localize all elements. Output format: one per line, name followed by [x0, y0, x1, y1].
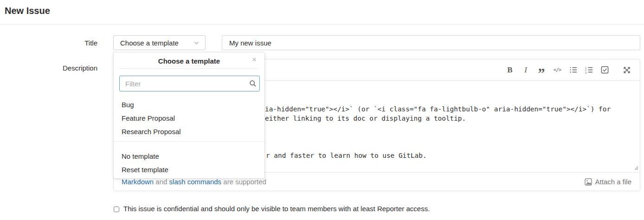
- svg-text:3: 3: [585, 71, 586, 74]
- template-option-bug[interactable]: Bug: [114, 98, 264, 111]
- template-option-feature-proposal[interactable]: Feature Proposal: [114, 111, 264, 125]
- template-option-reset-template[interactable]: Reset template: [114, 163, 264, 176]
- page-title: New Issue: [5, 6, 50, 16]
- and-text: and: [154, 178, 169, 186]
- dropdown-divider: [114, 141, 264, 142]
- issue-title-input[interactable]: [222, 35, 640, 50]
- search-icon: [249, 80, 257, 87]
- header-divider: [0, 24, 644, 25]
- numbered-list-icon[interactable]: 1 2 3: [584, 65, 593, 75]
- markdown-link[interactable]: Markdown: [122, 178, 154, 186]
- bold-icon[interactable]: B: [505, 65, 515, 75]
- task-list-icon[interactable]: [600, 65, 609, 75]
- choose-template-button-label: Choose a template: [120, 39, 179, 47]
- slash-commands-link[interactable]: slash commands: [169, 178, 222, 186]
- textarea-text-line: ia-hidden="true"></i>` (or `<i class="fa…: [265, 104, 611, 114]
- dropdown-header-divider: [119, 68, 259, 69]
- markdown-help-text: Markdown and slash commands are supporte…: [122, 178, 266, 186]
- attach-file-icon: [585, 178, 592, 186]
- attach-file-label: Attach a file: [595, 178, 631, 186]
- attach-file-button[interactable]: Attach a file: [585, 178, 631, 186]
- description-label: Description: [0, 64, 97, 72]
- template-option-no-template[interactable]: No template: [114, 149, 264, 163]
- bullet-list-icon[interactable]: [568, 65, 578, 75]
- italic-icon[interactable]: I: [521, 65, 530, 75]
- close-icon[interactable]: ×: [251, 56, 258, 64]
- template-filter-input[interactable]: [119, 76, 260, 91]
- quote-icon[interactable]: ”: [537, 65, 546, 75]
- fullscreen-icon[interactable]: [622, 65, 631, 75]
- resize-handle[interactable]: [633, 165, 638, 170]
- code-icon[interactable]: </>: [553, 65, 562, 75]
- chevron-down-icon: [193, 40, 200, 46]
- supported-text: are supported: [221, 178, 266, 186]
- dropdown-title: Choose a template: [114, 52, 264, 68]
- title-label: Title: [0, 39, 97, 47]
- confidential-label: This issue is confidential and should on…: [123, 205, 430, 213]
- confidential-checkbox[interactable]: [114, 207, 119, 212]
- confidential-row: This issue is confidential and should on…: [114, 205, 430, 213]
- choose-template-button[interactable]: Choose a template: [113, 35, 206, 50]
- textarea-text-line: r and faster to learn how to use GitLab.: [266, 151, 427, 160]
- template-option-research-proposal[interactable]: Research Proposal: [114, 125, 264, 138]
- template-dropdown-panel: Choose a template × Bug Feature Proposal…: [113, 52, 265, 179]
- textarea-text-line: either linking to its doc or displaying …: [265, 114, 466, 123]
